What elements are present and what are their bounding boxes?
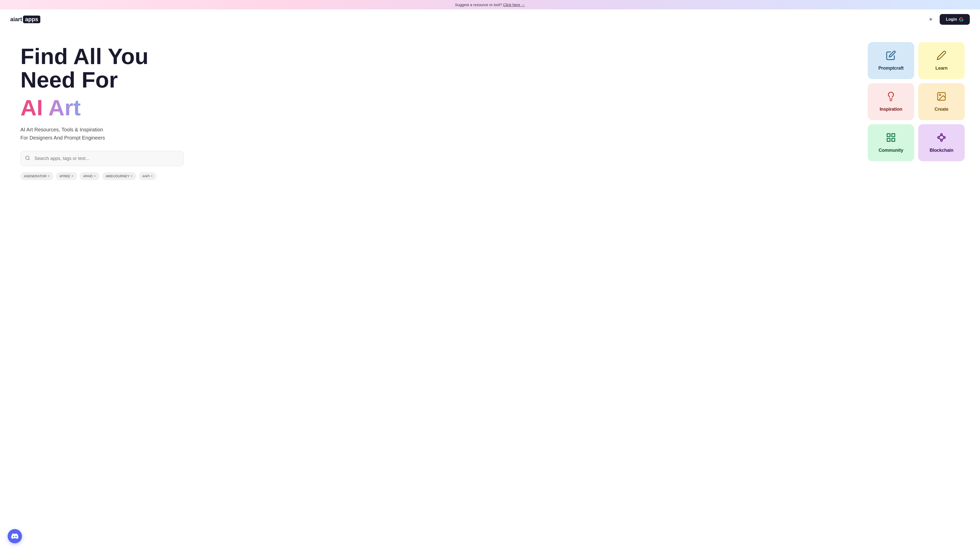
hero-subtitle: AI Art Resources, Tools & Inspiration Fo… [21, 125, 173, 142]
hero-title-line1: Find All You Need For [21, 44, 858, 92]
edit-icon [886, 50, 896, 62]
card-learn[interactable]: Learn [918, 42, 965, 79]
login-label: Login [946, 17, 957, 22]
hero-ai-text: AI [21, 95, 43, 120]
tag-midjourney[interactable]: #MIDJOURNEY ✕ [102, 172, 136, 180]
sun-icon: ☀ [928, 17, 933, 22]
svg-line-16 [939, 138, 942, 140]
nodes-icon [936, 132, 947, 144]
svg-rect-9 [892, 138, 895, 141]
card-community[interactable]: Community [868, 124, 914, 161]
svg-rect-6 [887, 134, 890, 137]
logo-apps-text: apps [23, 16, 40, 23]
svg-rect-8 [887, 138, 890, 141]
bulb-icon [886, 91, 896, 103]
tag-free-remove[interactable]: ✕ [71, 175, 73, 178]
tag-midjourney-remove[interactable]: ✕ [130, 175, 133, 178]
card-learn-label: Learn [935, 65, 948, 71]
grid-icon [886, 132, 896, 144]
tag-api-remove[interactable]: ✕ [151, 175, 153, 178]
svg-line-14 [942, 135, 945, 137]
hero-section: Find All You Need For AI Art AI Art Reso… [21, 40, 858, 180]
search-icon [25, 156, 30, 162]
theme-toggle-button[interactable]: ☀ [927, 15, 935, 24]
discord-icon [11, 533, 18, 540]
card-community-label: Community [879, 148, 903, 153]
card-create[interactable]: Create [918, 83, 965, 120]
card-inspiration-label: Inspiration [880, 106, 902, 112]
tag-generator[interactable]: #GENERATOR ✕ [21, 172, 53, 180]
login-button[interactable]: Login [940, 14, 970, 25]
card-promptcraft[interactable]: Promptcraft [868, 42, 914, 79]
card-promptcraft-label: Promptcraft [878, 65, 904, 71]
tag-paid[interactable]: #PAID ✕ [80, 172, 100, 180]
tag-generator-remove[interactable]: ✕ [48, 175, 50, 178]
tag-paid-remove[interactable]: ✕ [94, 175, 96, 178]
svg-rect-7 [892, 134, 895, 137]
site-header: aiart apps ☀ Login [0, 10, 980, 29]
svg-line-15 [942, 138, 945, 140]
search-input[interactable] [21, 151, 184, 166]
tag-api[interactable]: #API ✕ [139, 172, 156, 180]
svg-point-5 [939, 94, 941, 96]
svg-line-17 [939, 135, 942, 137]
image-icon [936, 91, 947, 103]
announcement-banner: Suggest a resource or tool? Click here → [0, 0, 980, 10]
category-cards-grid: Promptcraft Learn Inspiration [868, 42, 965, 161]
pencil-icon [936, 50, 947, 62]
header-actions: ☀ Login [927, 14, 970, 25]
tags-row: #GENERATOR ✕ #FREE ✕ #PAID ✕ #MIDJOURNEY… [21, 172, 858, 180]
main-content: Find All You Need For AI Art AI Art Reso… [0, 29, 980, 190]
banner-text: Suggest a resource or tool? [455, 3, 502, 7]
card-blockchain[interactable]: Blockchain [918, 124, 965, 161]
card-blockchain-label: Blockchain [929, 148, 953, 153]
card-inspiration[interactable]: Inspiration [868, 83, 914, 120]
tag-free[interactable]: #FREE ✕ [56, 172, 77, 180]
discord-button[interactable] [8, 529, 22, 543]
logo[interactable]: aiart apps [10, 16, 40, 23]
hero-title-colored: AI Art [21, 96, 858, 119]
search-container [21, 151, 184, 166]
svg-line-1 [29, 159, 30, 160]
card-create-label: Create [935, 106, 948, 112]
google-icon [959, 17, 964, 22]
banner-link[interactable]: Click here → [503, 3, 525, 7]
hero-art-text: Art [48, 95, 81, 120]
logo-main-text: aiart [10, 16, 22, 23]
